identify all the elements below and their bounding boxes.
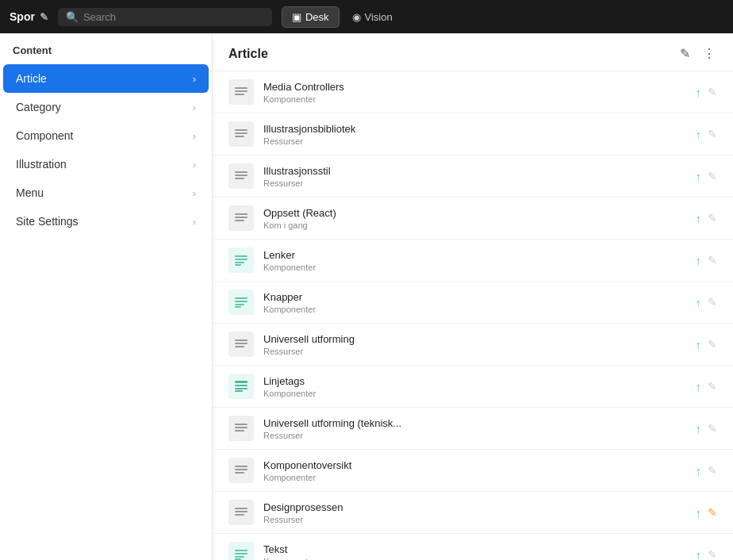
publish-icon[interactable]: ↑: [696, 254, 702, 267]
article-icon: [228, 416, 254, 441]
svg-rect-1: [235, 90, 248, 92]
chevron-icon: ›: [193, 102, 196, 113]
list-item[interactable]: Media Controllers Komponenter ↑ ✎: [213, 71, 733, 113]
article-actions: ↑ ✎: [696, 170, 718, 183]
edit-icon[interactable]: ✎: [708, 296, 717, 309]
svg-rect-12: [235, 255, 248, 257]
sidebar-header: Content: [0, 33, 212, 64]
compose-icon[interactable]: ✎: [678, 44, 692, 63]
list-item[interactable]: Knapper Komponenter ↑ ✎: [213, 282, 733, 324]
article-icon: [228, 332, 254, 357]
svg-rect-15: [235, 264, 241, 266]
article-icon: [228, 121, 254, 147]
article-actions: ↑ ✎: [696, 506, 718, 520]
article-info: Universell utforming (teknisk... Ressurs…: [263, 417, 696, 440]
article-category: Komponenter: [263, 473, 696, 482]
publish-icon[interactable]: ↑: [696, 548, 702, 561]
svg-rect-16: [235, 297, 248, 299]
article-icon: [228, 374, 254, 399]
list-item[interactable]: Linjetags Komponenter ↑ ✎: [213, 366, 733, 408]
edit-icon[interactable]: ✎: [708, 212, 717, 224]
publish-icon[interactable]: ↑: [696, 506, 702, 520]
article-icon: [228, 79, 254, 105]
article-actions: ↑ ✎: [696, 128, 718, 141]
article-title: Komponentoversikt: [263, 459, 696, 471]
publish-icon[interactable]: ↑: [696, 380, 702, 393]
edit-icon[interactable]: ✎: [708, 128, 717, 140]
publish-icon[interactable]: ↑: [696, 86, 702, 99]
sidebar-item-site-settings[interactable]: Site Settings ›: [3, 207, 209, 236]
edit-icon[interactable]: ✎: [708, 170, 717, 182]
article-icon: [228, 458, 254, 483]
svg-rect-18: [235, 304, 244, 305]
sidebar-item-article[interactable]: Article ›: [3, 64, 209, 93]
sidebar-item-menu[interactable]: Menu ›: [3, 178, 209, 207]
chevron-icon: ›: [193, 187, 196, 199]
search-bar[interactable]: 🔍: [58, 8, 272, 26]
publish-icon[interactable]: ↑: [696, 338, 702, 351]
svg-rect-21: [235, 343, 248, 344]
svg-rect-7: [235, 175, 248, 176]
sidebar: Content Article › Category › Component ›…: [0, 33, 213, 560]
article-title: Illustrasjonsstil: [263, 165, 696, 177]
edit-icon[interactable]: ✎: [708, 86, 717, 98]
publish-icon[interactable]: ↑: [696, 128, 702, 141]
svg-rect-6: [235, 171, 248, 173]
svg-rect-36: [235, 550, 248, 551]
svg-rect-37: [235, 553, 248, 554]
article-info: Linjetags Komponenter: [263, 375, 696, 398]
list-item[interactable]: Lenker Komponenter ↑ ✎: [213, 240, 733, 282]
list-item[interactable]: Designprosessen Ressurser ↑ ✎: [213, 492, 733, 534]
publish-icon[interactable]: ↑: [696, 422, 702, 435]
app-logo: Spor ✎: [10, 10, 48, 23]
svg-rect-28: [235, 427, 248, 428]
publish-icon[interactable]: ↑: [696, 464, 702, 478]
edit-icon[interactable]: ✎: [40, 11, 48, 23]
edit-icon[interactable]: ✎: [708, 254, 717, 267]
edit-icon[interactable]: ✎: [708, 338, 717, 351]
tab-desk[interactable]: ▣ Desk: [282, 6, 340, 28]
publish-icon[interactable]: ↑: [696, 296, 702, 309]
list-item[interactable]: Komponentoversikt Komponenter ↑ ✎: [213, 450, 733, 492]
list-item[interactable]: Tekst Komponenter ↑ ✎: [213, 534, 733, 560]
article-title: Universell utforming: [263, 333, 696, 345]
list-item[interactable]: Universell utforming (teknisk... Ressurs…: [213, 408, 733, 450]
list-item[interactable]: Illustrasjonsbibliotek Ressurser ↑ ✎: [213, 113, 733, 155]
svg-rect-13: [235, 259, 248, 260]
article-info: Komponentoversikt Komponenter: [263, 459, 696, 482]
list-item[interactable]: Universell utforming Ressurser ↑ ✎: [213, 324, 733, 366]
search-input[interactable]: [83, 11, 264, 23]
publish-icon[interactable]: ↑: [696, 212, 702, 225]
content-area: Article ✎ ⋮ Media Controllers Komponente…: [213, 33, 733, 560]
publish-icon[interactable]: ↑: [696, 170, 702, 183]
edit-icon[interactable]: ✎: [708, 422, 717, 435]
article-info: Oppsett (React) Kom i gang: [263, 207, 696, 230]
content-header: Article ✎ ⋮: [213, 33, 733, 71]
article-info: Knapper Komponenter: [263, 291, 696, 314]
svg-rect-29: [235, 430, 244, 432]
more-options-icon[interactable]: ⋮: [701, 44, 717, 63]
edit-icon[interactable]: ✎: [708, 506, 717, 519]
svg-rect-17: [235, 301, 248, 302]
nav-tabs: ▣ Desk ◉ Vision: [282, 6, 402, 28]
sidebar-item-component[interactable]: Component ›: [3, 121, 209, 150]
edit-icon[interactable]: ✎: [708, 548, 717, 560]
article-actions: ↑ ✎: [696, 422, 718, 435]
svg-rect-11: [235, 220, 244, 221]
article-icon: [228, 500, 254, 525]
list-item[interactable]: Oppsett (React) Kom i gang ↑ ✎: [213, 198, 733, 240]
article-actions: ↑ ✎: [696, 548, 718, 561]
article-icon: [228, 542, 254, 560]
edit-icon[interactable]: ✎: [708, 464, 717, 477]
chevron-icon: ›: [193, 130, 196, 142]
article-icon: [228, 290, 254, 315]
svg-rect-32: [235, 472, 244, 474]
sidebar-item-category[interactable]: Category ›: [3, 93, 209, 121]
list-item[interactable]: Illustrasjonsstil Ressurser ↑ ✎: [213, 155, 733, 198]
article-title: Tekst: [263, 543, 696, 555]
tab-vision[interactable]: ◉ Vision: [343, 7, 402, 27]
article-info: Universell utforming Ressurser: [263, 333, 696, 356]
article-title: Illustrasjonsbibliotek: [263, 123, 696, 135]
sidebar-item-illustration[interactable]: Illustration ›: [3, 150, 209, 178]
edit-icon[interactable]: ✎: [708, 380, 717, 393]
